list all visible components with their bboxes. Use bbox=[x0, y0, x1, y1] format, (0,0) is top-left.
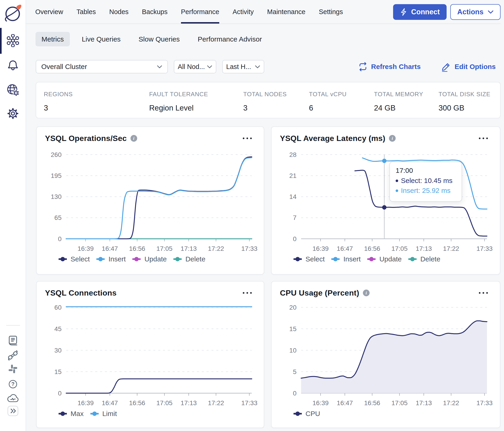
nav-tab-label: Tables bbox=[77, 8, 96, 16]
tooltip-rows: Select: 10.45 msInsert: 25.92 ms bbox=[396, 177, 462, 194]
svg-text:17:22: 17:22 bbox=[208, 245, 224, 252]
edit-options-label: Edit Options bbox=[455, 63, 496, 71]
bell-icon bbox=[7, 59, 19, 72]
legend-item-select[interactable]: Select bbox=[59, 255, 90, 263]
nav-tab-performance[interactable]: Performance bbox=[181, 0, 219, 24]
chart-legend: CPU bbox=[294, 410, 320, 418]
svg-text:17:13: 17:13 bbox=[416, 399, 432, 407]
cluster-network-icon bbox=[7, 34, 19, 47]
refresh-icon bbox=[358, 62, 368, 71]
subtab-slow-queries[interactable]: Slow Queries bbox=[133, 32, 186, 46]
sidebar-item-help[interactable]: ? bbox=[0, 378, 26, 390]
chevron-down-icon bbox=[255, 65, 260, 69]
connect-button[interactable]: Connect bbox=[393, 4, 447, 20]
svg-text:17:13: 17:13 bbox=[416, 245, 432, 252]
legend-item-update[interactable]: Update bbox=[132, 255, 167, 263]
summary-value: 3 bbox=[44, 104, 48, 112]
svg-text:17:22: 17:22 bbox=[208, 399, 224, 407]
performance-subtabs: Metrics Live Queries Slow Queries Perfor… bbox=[36, 32, 268, 46]
time-range-select[interactable]: Last H... bbox=[222, 60, 264, 73]
ysql-latency-chart[interactable]: 0714212816:3916:4716:5617:0517:1317:2217… bbox=[272, 127, 501, 275]
legend-label: Delete bbox=[185, 255, 206, 263]
plug-icon bbox=[7, 349, 19, 362]
nav-tab-label: Nodes bbox=[109, 8, 129, 16]
svg-text:17:05: 17:05 bbox=[156, 245, 172, 252]
actions-button[interactable]: Actions bbox=[450, 4, 501, 20]
sidebar-item-network[interactable] bbox=[0, 83, 26, 97]
cluster-select[interactable]: Overall Cluster bbox=[36, 60, 168, 73]
nodes-select[interactable]: All Nod... bbox=[174, 60, 216, 73]
summary-value: 24 GB bbox=[374, 104, 396, 112]
legend-item-update[interactable]: Update bbox=[367, 255, 402, 263]
nav-tab-nodes[interactable]: Nodes bbox=[109, 0, 129, 24]
svg-text:17:33: 17:33 bbox=[241, 399, 257, 407]
globe-gear-icon bbox=[6, 83, 20, 97]
legend-item-delete[interactable]: Delete bbox=[173, 255, 206, 263]
legend-item-max[interactable]: Max bbox=[59, 410, 84, 418]
svg-text:16:39: 16:39 bbox=[312, 245, 329, 252]
svg-text:16:47: 16:47 bbox=[337, 245, 353, 252]
sidebar-item-settings[interactable] bbox=[0, 107, 26, 120]
svg-text:0: 0 bbox=[58, 390, 62, 397]
subtab-performance-advisor[interactable]: Performance Advisor bbox=[192, 32, 268, 46]
svg-text:17:05: 17:05 bbox=[156, 399, 172, 407]
subtab-live-queries[interactable]: Live Queries bbox=[76, 32, 126, 46]
sidebar-item-clusters[interactable] bbox=[0, 34, 26, 47]
nav-tab-backups[interactable]: Backups bbox=[142, 0, 168, 24]
chevron-down-icon bbox=[488, 10, 494, 14]
summary-value: 3 bbox=[243, 104, 247, 112]
sidebar-item-alerts[interactable] bbox=[0, 59, 26, 72]
metrics-filters: Overall Cluster All Nod... Last H... bbox=[36, 60, 264, 73]
legend-marker-icon bbox=[96, 256, 105, 262]
sidebar-item-docs[interactable] bbox=[0, 335, 26, 346]
svg-text:0: 0 bbox=[293, 235, 297, 242]
svg-text:16:56: 16:56 bbox=[364, 399, 380, 407]
chart-card-ysql-latency: YSQL Average Latency (ms) i 0714212816:3… bbox=[271, 127, 500, 275]
sidebar-expand-button[interactable] bbox=[0, 406, 26, 416]
chart-link-actions: Refresh Charts Edit Options bbox=[358, 60, 496, 73]
legend-item-insert[interactable]: Insert bbox=[331, 255, 360, 263]
ysql-operations-chart[interactable]: 06513019526016:3916:4716:5617:0517:1317:… bbox=[37, 127, 265, 275]
nav-tab-overview[interactable]: Overview bbox=[35, 0, 63, 24]
subtab-label: Performance Advisor bbox=[198, 35, 262, 43]
nav-tab-maintenance[interactable]: Maintenance bbox=[267, 0, 306, 24]
summary-value: 300 GB bbox=[439, 104, 464, 112]
sidebar-item-slack[interactable] bbox=[0, 364, 26, 374]
nav-tab-activity[interactable]: Activity bbox=[233, 0, 254, 24]
legend-marker-icon bbox=[59, 256, 67, 262]
refresh-charts-button[interactable]: Refresh Charts bbox=[358, 62, 421, 71]
svg-text:17:05: 17:05 bbox=[391, 399, 408, 407]
nav-tab-tables[interactable]: Tables bbox=[77, 0, 96, 24]
legend-marker-icon bbox=[294, 411, 302, 416]
subtab-label: Metrics bbox=[42, 35, 64, 43]
svg-text:195: 195 bbox=[51, 172, 62, 179]
svg-text:60: 60 bbox=[54, 304, 62, 311]
svg-text:21: 21 bbox=[289, 172, 297, 179]
legend-item-cpu[interactable]: CPU bbox=[294, 410, 320, 418]
legend-label: Limit bbox=[102, 410, 117, 418]
ysql-connections-chart[interactable]: 01530456016:3916:4716:5617:0517:1317:221… bbox=[37, 282, 265, 429]
svg-text:5: 5 bbox=[293, 368, 297, 376]
subtab-label: Slow Queries bbox=[139, 35, 180, 43]
legend-item-limit[interactable]: Limit bbox=[90, 410, 117, 418]
sidebar-item-status[interactable] bbox=[0, 392, 26, 404]
legend-item-select[interactable]: Select bbox=[294, 255, 325, 263]
nav-tab-settings[interactable]: Settings bbox=[319, 0, 343, 24]
legend-item-delete[interactable]: Delete bbox=[408, 255, 440, 263]
nav-tab-label: Backups bbox=[142, 8, 168, 16]
lightning-icon bbox=[400, 8, 407, 16]
svg-text:16:47: 16:47 bbox=[102, 245, 118, 252]
sidebar-item-integrations[interactable] bbox=[0, 349, 26, 362]
yugabyte-logo[interactable] bbox=[0, 4, 26, 22]
nav-action-buttons: Connect Actions bbox=[393, 4, 501, 20]
nav-tab-label: Settings bbox=[319, 8, 343, 16]
edit-options-button[interactable]: Edit Options bbox=[441, 62, 496, 72]
chart-card-ysql-connections: YSQL Connections 01530456016:3916:4716:5… bbox=[36, 281, 264, 428]
subtab-metrics[interactable]: Metrics bbox=[36, 32, 70, 46]
connect-button-label: Connect bbox=[411, 8, 440, 16]
svg-text:16:56: 16:56 bbox=[129, 245, 145, 252]
chart-legend: SelectInsertUpdateDelete bbox=[294, 255, 440, 263]
legend-item-insert[interactable]: Insert bbox=[96, 255, 126, 263]
summary-value: 6 bbox=[309, 104, 313, 112]
cpu-usage-chart[interactable]: 0510152016:3916:4716:5617:0517:1317:2217… bbox=[272, 282, 501, 429]
